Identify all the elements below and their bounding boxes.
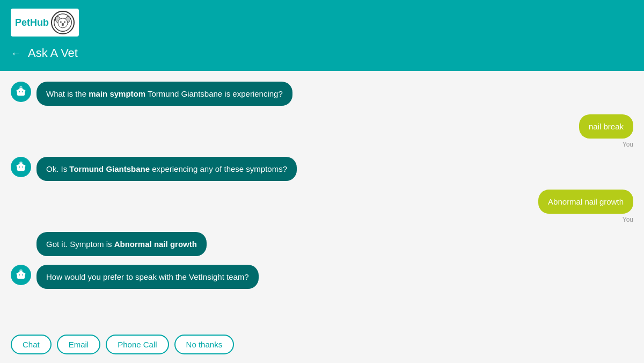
- bot-avatar: [11, 265, 31, 285]
- svg-point-4: [60, 21, 62, 23]
- bot-bubble: What is the main symptom Tormund Giantsb…: [36, 82, 292, 106]
- svg-point-6: [62, 23, 64, 25]
- dog-icon: [53, 13, 72, 32]
- option-nothanks-button[interactable]: No thanks: [174, 335, 235, 354]
- option-email-button[interactable]: Email: [57, 335, 101, 354]
- option-chat-button[interactable]: Chat: [11, 335, 52, 354]
- bot-icon: [15, 269, 27, 281]
- message-row: What is the main symptom Tormund Giantsb…: [11, 82, 633, 106]
- logo-pet: Pet: [15, 17, 30, 28]
- user-bubble: Abnormal nail growth: [538, 190, 633, 214]
- app-container: PetHub: [0, 0, 644, 363]
- user-label: You: [623, 216, 633, 223]
- message-row: Ok. Is Tormund Giantsbane experiencing a…: [11, 157, 633, 181]
- user-label: You: [623, 141, 633, 148]
- nav-bar: ← Ask A Vet: [11, 42, 633, 62]
- bot-icon: [15, 161, 27, 173]
- svg-point-3: [58, 18, 68, 28]
- message-row: Abnormal nail growth You: [11, 190, 633, 223]
- svg-point-5: [64, 21, 65, 23]
- message-row: How would you prefer to speak with the V…: [11, 265, 633, 289]
- bot-bubble-indent: Got it. Symptom is Abnormal nail growth: [36, 232, 207, 256]
- logo-icon: [51, 11, 75, 34]
- user-bubble: nail break: [579, 114, 633, 139]
- logo-hub: Hub: [30, 17, 49, 28]
- bot-icon: [15, 86, 27, 98]
- page-title: Ask A Vet: [28, 46, 78, 60]
- logo-text: PetHub: [15, 17, 49, 28]
- logo-badge: PetHub: [11, 9, 79, 37]
- bot-bubble: How would you prefer to speak with the V…: [36, 265, 259, 289]
- logo-area: PetHub: [11, 9, 633, 37]
- bot-bubble: Ok. Is Tormund Giantsbane experiencing a…: [36, 157, 297, 181]
- message-row: Got it. Symptom is Abnormal nail growth: [11, 232, 633, 256]
- header: PetHub: [0, 0, 644, 71]
- bot-avatar: [11, 157, 31, 177]
- bot-avatar: [11, 82, 31, 102]
- option-phone-button[interactable]: Phone Call: [106, 335, 169, 354]
- options-row: Chat Email Phone Call No thanks: [0, 328, 644, 363]
- message-row: nail break You: [11, 114, 633, 148]
- back-button[interactable]: ←: [11, 47, 21, 60]
- chat-area[interactable]: What is the main symptom Tormund Giantsb…: [0, 71, 644, 328]
